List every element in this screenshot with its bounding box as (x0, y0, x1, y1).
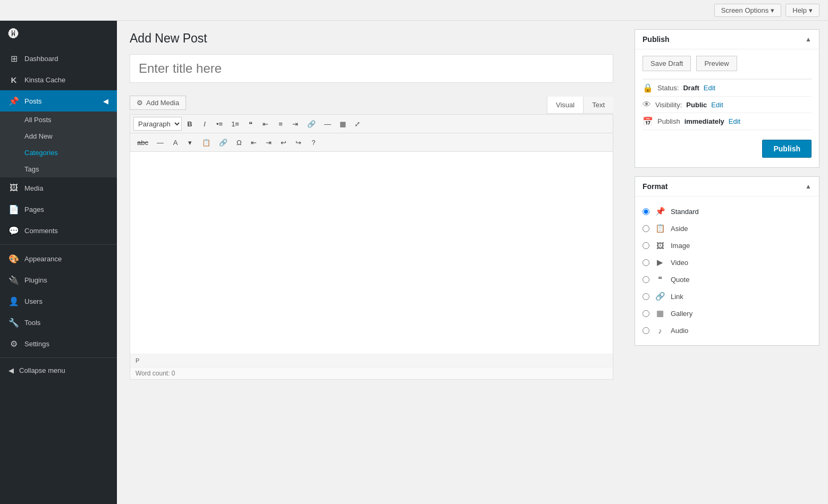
format-item-image[interactable]: 🖼 Image (643, 237, 812, 254)
keyboard-shortcuts-button[interactable]: ? (307, 135, 320, 149)
status-edit-link[interactable]: Edit (704, 84, 715, 92)
sidebar-item-label: Appearance (24, 255, 62, 263)
format-item-aside[interactable]: 📋 Aside (643, 220, 812, 237)
bold-button[interactable]: B (183, 117, 197, 131)
format-radio-image[interactable] (643, 242, 649, 249)
posts-submenu: All Posts Add New Categories Tags (0, 112, 117, 177)
format-item-link[interactable]: 🔗 Link (643, 288, 812, 305)
visibility-edit-link[interactable]: Edit (711, 101, 723, 109)
paste-text-button[interactable]: 📋 (198, 135, 214, 149)
toolbar-toggle-button[interactable]: ▦ (336, 117, 350, 131)
align-left-button[interactable]: ⇤ (259, 117, 273, 131)
link-button[interactable]: 🔗 (303, 117, 319, 131)
top-bar: Screen Options ▾ Help ▾ (0, 0, 828, 21)
sidebar-item-comments[interactable]: 💬 Comments (0, 220, 117, 241)
sidebar-item-appearance[interactable]: 🎨 Appearance (0, 248, 117, 269)
tab-text[interactable]: Text (583, 97, 613, 113)
sidebar-item-users[interactable]: 👤 Users (0, 291, 117, 312)
tab-visual[interactable]: Visual (547, 97, 583, 113)
visibility-icon: 👁 (643, 100, 651, 109)
strikethrough-button[interactable]: abc (133, 135, 152, 149)
screen-options-button[interactable]: Screen Options ▾ (714, 4, 782, 17)
format-item-video[interactable]: ▶ Video (643, 254, 812, 271)
sidebar-item-pages[interactable]: 📄 Pages (0, 199, 117, 220)
sidebar-item-label: Media (24, 184, 43, 192)
sidebar-item-media[interactable]: 🖼 Media (0, 177, 117, 199)
clear-format-button[interactable]: 🔗 (215, 135, 231, 149)
decrease-indent-button[interactable]: ⇤ (247, 135, 261, 149)
undo-button[interactable]: ↩ (277, 135, 291, 149)
standard-format-icon: 📌 (655, 206, 665, 217)
format-item-gallery[interactable]: ▦ Gallery (643, 305, 812, 322)
sidebar-item-posts[interactable]: 📌 Posts ◀ (0, 90, 117, 112)
unordered-list-button[interactable]: •≡ (213, 117, 226, 131)
add-media-icon: ⚙ (137, 99, 143, 107)
editor-footer: P (130, 354, 613, 367)
page-title: Add New Post (130, 31, 613, 46)
format-label-gallery: Gallery (671, 310, 692, 318)
format-radio-gallery[interactable] (643, 310, 649, 317)
format-radio-video[interactable] (643, 259, 649, 266)
sidebar-item-categories[interactable]: Categories (0, 144, 117, 161)
publish-time-edit-link[interactable]: Edit (729, 117, 740, 125)
publish-button[interactable]: Publish (762, 140, 812, 158)
chevron-down-icon: ▾ (771, 6, 774, 14)
font-color-dropdown[interactable]: ▾ (183, 135, 197, 149)
align-center-button[interactable]: ≡ (274, 117, 288, 131)
editor-wrap: Paragraph B I •≡ 1≡ ❝ ⇤ ≡ ⇥ 🔗 ― ▦ ⤢ (130, 114, 613, 380)
format-label-audio: Audio (671, 327, 688, 335)
sidebar-item-tools[interactable]: 🔧 Tools (0, 312, 117, 333)
format-item-audio[interactable]: ♪ Audio (643, 322, 812, 339)
publish-time-row: 📅 Publish immediately Edit (643, 113, 812, 130)
preview-button[interactable]: Preview (696, 56, 737, 71)
font-color-button[interactable]: A (168, 135, 182, 149)
sidebar-item-kinsta-cache[interactable]: K Kinsta Cache (0, 69, 117, 90)
horizontal-rule-button[interactable]: — (153, 135, 167, 149)
sidebar-item-all-posts[interactable]: All Posts (0, 112, 117, 128)
format-radio-standard[interactable] (643, 208, 649, 215)
fullscreen-button[interactable]: ⤢ (351, 117, 365, 131)
italic-button[interactable]: I (198, 117, 212, 131)
help-label: Help (792, 6, 807, 14)
toolbar-row-1: Paragraph B I •≡ 1≡ ❝ ⇤ ≡ ⇥ 🔗 ― ▦ ⤢ (130, 115, 613, 133)
users-icon: 👤 (9, 296, 19, 306)
increase-indent-button[interactable]: ⇥ (262, 135, 276, 149)
format-radio-link[interactable] (643, 293, 649, 300)
content-area: Add New Post ⚙ Add Media Visual Text (117, 21, 626, 504)
sidebar-item-label: Settings (24, 340, 49, 348)
format-item-quote[interactable]: ❝ Quote (643, 271, 812, 288)
add-media-button[interactable]: ⚙ Add Media (130, 96, 186, 110)
format-box-header: Format ▲ (635, 177, 819, 197)
redo-button[interactable]: ↪ (292, 135, 306, 149)
format-box-toggle[interactable]: ▲ (805, 183, 812, 190)
add-media-label: Add Media (146, 99, 179, 107)
status-row: 🔒 Status: Draft Edit (643, 79, 812, 96)
pages-icon: 📄 (9, 204, 19, 215)
publish-footer: Publish (643, 130, 812, 161)
format-radio-quote[interactable] (643, 276, 649, 283)
collapse-menu-button[interactable]: ◀ Collapse menu (0, 361, 117, 380)
publish-box-toggle[interactable]: ▲ (805, 36, 812, 43)
editor-body[interactable] (130, 152, 613, 354)
sidebar-item-dashboard[interactable]: ⊞ Dashboard (0, 48, 117, 69)
special-char-button[interactable]: Ω (232, 135, 246, 149)
read-more-button[interactable]: ― (320, 117, 335, 131)
blockquote-button[interactable]: ❝ (244, 117, 258, 131)
format-label-image: Image (671, 242, 690, 250)
format-item-standard[interactable]: 📌 Standard (643, 203, 812, 220)
sidebar-item-settings[interactable]: ⚙ Settings (0, 333, 117, 354)
format-label-quote: Quote (671, 276, 689, 284)
format-radio-aside[interactable] (643, 225, 649, 232)
sidebar-item-add-new[interactable]: Add New (0, 128, 117, 144)
paragraph-select[interactable]: Paragraph (133, 117, 182, 131)
format-radio-audio[interactable] (643, 327, 649, 334)
post-title-input[interactable] (130, 54, 613, 83)
help-button[interactable]: Help ▾ (785, 4, 819, 17)
align-right-button[interactable]: ⇥ (289, 117, 302, 131)
sidebar-item-tags[interactable]: Tags (0, 161, 117, 177)
ordered-list-button[interactable]: 1≡ (227, 117, 243, 131)
sidebar-item-plugins[interactable]: 🔌 Plugins (0, 269, 117, 291)
screen-options-label: Screen Options (721, 6, 769, 14)
publish-box-title: Publish (643, 35, 670, 44)
save-draft-button[interactable]: Save Draft (643, 56, 691, 71)
